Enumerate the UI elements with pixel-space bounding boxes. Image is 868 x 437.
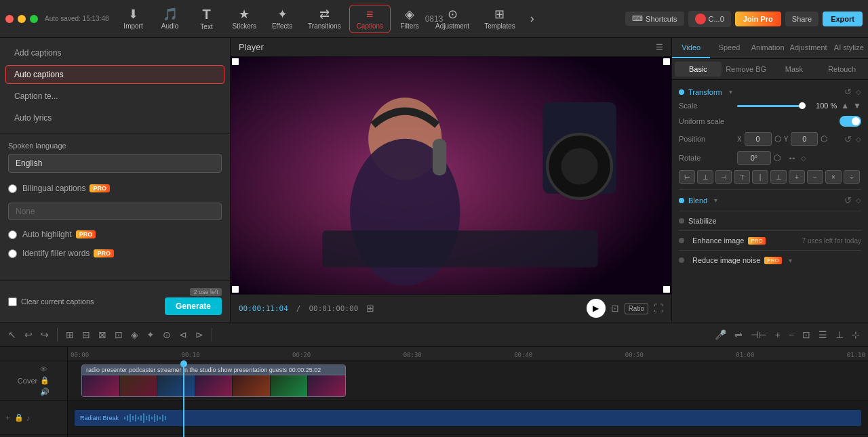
player-menu-icon[interactable]: ☰	[656, 43, 663, 52]
tl-delete-icon[interactable]: ⊡	[112, 327, 125, 343]
tab-animation[interactable]: Animation	[749, 38, 787, 58]
track-lock-icon[interactable]: 🔒	[40, 376, 50, 385]
close-button[interactable]	[5, 15, 14, 23]
fullscreen-fit-icon[interactable]: ⊡	[611, 303, 619, 314]
generate-button[interactable]: Generate	[165, 297, 222, 315]
grid-icon[interactable]: ⊞	[366, 303, 374, 314]
align-center-h-btn[interactable]: ⊥	[697, 170, 713, 184]
bilingual-radio[interactable]	[8, 184, 17, 193]
export-button[interactable]: Export	[823, 12, 863, 26]
position-y-input[interactable]	[791, 132, 818, 146]
x-step-icon[interactable]: ⬡	[774, 134, 781, 144]
user-button[interactable]: C...0	[688, 11, 731, 27]
tl-connect-icon[interactable]: ⇌	[732, 327, 745, 343]
noise-expand-icon[interactable]: ▾	[789, 257, 792, 264]
align-right-btn[interactable]: ⊣	[715, 170, 732, 184]
shortcuts-button[interactable]: ⌨ Shortcuts	[625, 12, 684, 26]
tl-more-icon[interactable]: ⊥	[833, 327, 846, 343]
y-step-icon[interactable]: ⬡	[821, 134, 827, 144]
tab-speed[interactable]: Speed	[710, 38, 748, 58]
subtab-remove-bg[interactable]: Remove BG	[723, 62, 770, 77]
tl-zoom-out-icon[interactable]: −	[786, 327, 797, 343]
tl-group-icon[interactable]: ◈	[128, 327, 141, 343]
align-mul-btn[interactable]: ×	[825, 170, 842, 184]
transform-reset-icon[interactable]: ↺	[844, 87, 852, 97]
position-x-input[interactable]	[745, 132, 772, 146]
handle-bottom-right[interactable]	[663, 286, 670, 293]
identify-filler-radio[interactable]	[8, 249, 17, 258]
stabilize-section[interactable]: Stabilize	[679, 217, 861, 225]
tl-audio-icon[interactable]: ⊙	[160, 327, 174, 343]
ratio-badge[interactable]: Ratio	[625, 303, 648, 314]
tab-add-captions[interactable]: Add captions	[5, 43, 224, 62]
tl-magnet-icon[interactable]: ⊣⊢	[748, 327, 770, 343]
share-button[interactable]: Share	[785, 12, 818, 26]
tl-select-icon[interactable]: ↖	[5, 327, 19, 343]
toolbar-import[interactable]: ⬇ Import	[116, 5, 151, 33]
toolbar-templates[interactable]: ⊞ Templates	[477, 5, 522, 33]
maximize-button[interactable]	[30, 15, 38, 23]
audio-track-add-icon[interactable]: ＋	[4, 413, 12, 423]
tl-redo-icon[interactable]: ↪	[38, 327, 52, 343]
toolbar-audio[interactable]: 🎵 Audio	[153, 5, 188, 33]
audio-clip[interactable]: Radiant Break	[75, 410, 861, 426]
playhead[interactable]	[183, 360, 184, 437]
tl-freeze-icon[interactable]: ⊠	[96, 327, 109, 343]
scale-slider[interactable]	[737, 105, 802, 107]
fullscreen-icon[interactable]: ⛶	[654, 303, 663, 314]
align-left-btn[interactable]: ⊢	[679, 170, 695, 184]
spoken-language-select[interactable]: English Spanish French	[8, 154, 222, 173]
align-add-btn[interactable]: +	[789, 170, 805, 184]
tab-video[interactable]: Video	[672, 38, 710, 58]
join-pro-button[interactable]: Join Pro	[735, 12, 781, 26]
transform-keyframe-icon[interactable]: ◇	[856, 88, 861, 96]
scale-step-down[interactable]: ▼	[853, 101, 861, 110]
tl-fit-icon[interactable]: ⊡	[800, 327, 813, 343]
tl-undo-icon[interactable]: ↩	[22, 327, 35, 343]
align-div-btn[interactable]: ÷	[844, 170, 860, 184]
position-keyframe-icon[interactable]: ◇	[856, 136, 861, 143]
minimize-button[interactable]	[18, 15, 26, 23]
auto-highlight-radio[interactable]	[8, 230, 17, 239]
track-audio-icon[interactable]: 🔊	[40, 388, 50, 396]
align-top-btn[interactable]: ⊤	[734, 170, 750, 184]
tl-paste-icon[interactable]: ⊳	[193, 327, 206, 343]
toolbar-effects[interactable]: ✦ Effects	[264, 5, 300, 33]
track-eye-icon[interactable]: 👁	[40, 365, 50, 373]
subtab-retouch[interactable]: Retouch	[818, 62, 865, 77]
tab-auto-captions[interactable]: Auto captions	[5, 65, 224, 84]
tab-caption-template[interactable]: Caption te...	[5, 87, 224, 106]
tl-crop-icon[interactable]: ⊟	[79, 327, 93, 343]
subtab-mask[interactable]: Mask	[771, 62, 818, 77]
tab-adjustment[interactable]: Adjustment	[787, 38, 830, 58]
tl-mic-icon[interactable]: 🎤	[712, 327, 729, 343]
scale-step-up[interactable]: ▲	[841, 101, 849, 110]
tab-ai-stylize[interactable]: AI stylize	[830, 38, 868, 58]
rotate-input[interactable]	[737, 151, 771, 165]
align-center-v-btn[interactable]: |	[752, 170, 768, 184]
toolbar-stickers[interactable]: ★ Stickers	[226, 5, 264, 33]
toolbar-captions[interactable]: ≡ Captions	[349, 5, 391, 33]
blend-keyframe-icon[interactable]: ◇	[856, 196, 861, 204]
rotate-step-icon[interactable]: ⬡	[774, 153, 781, 163]
toolbar-transitions[interactable]: ⇄ Transitions	[301, 5, 348, 33]
scale-slider-thumb[interactable]	[799, 102, 806, 109]
blend-reset-icon[interactable]: ↺	[844, 195, 852, 205]
bilingual-language-select[interactable]: None	[8, 203, 222, 220]
tl-split-icon[interactable]: ⊞	[63, 327, 77, 343]
position-reset-icon[interactable]: ↺	[844, 134, 852, 144]
toolbar-more[interactable]: ›	[524, 9, 541, 28]
tl-zoom-in-icon[interactable]: +	[772, 327, 783, 343]
tl-extra-icon[interactable]: ⊹	[849, 327, 863, 343]
align-sub-btn[interactable]: −	[807, 170, 823, 184]
tl-speed-icon[interactable]: ✦	[144, 327, 157, 343]
handle-top-right[interactable]	[663, 58, 670, 65]
toolbar-text[interactable]: T Text	[189, 5, 224, 33]
play-button[interactable]: ▶	[587, 299, 606, 318]
tab-auto-lyrics[interactable]: Auto lyrics	[5, 108, 224, 127]
toolbar-filters[interactable]: ◈ Filters	[392, 5, 427, 33]
flip-icon[interactable]: ↔	[787, 152, 797, 163]
subtab-basic[interactable]: Basic	[675, 62, 722, 77]
tl-copy-icon[interactable]: ⊲	[176, 327, 190, 343]
uniform-scale-toggle[interactable]	[840, 116, 861, 127]
